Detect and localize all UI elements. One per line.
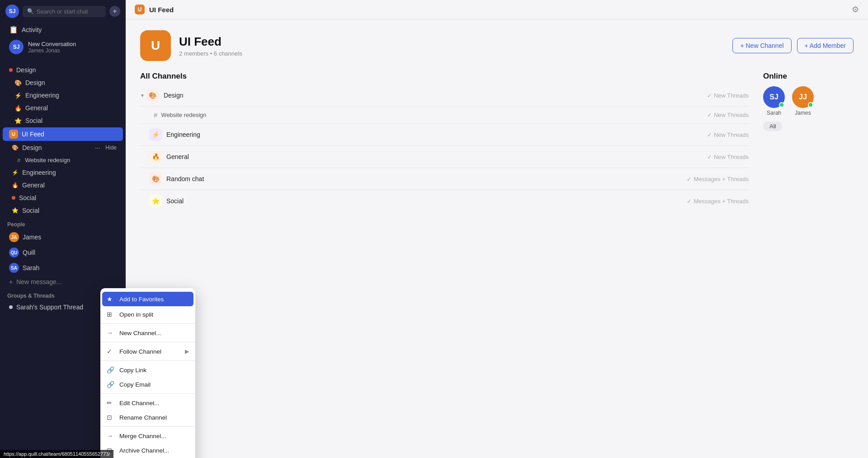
sidebar-item-social-channel[interactable]: ⭐ Social — [3, 205, 123, 216]
engineering-status: ✓ New Threads — [707, 131, 749, 138]
ctx-item-rename-channel[interactable]: ⊡ Rename Channel — [100, 410, 195, 425]
feed-details: UI Feed 2 members • 6 channels — [179, 35, 724, 57]
sidebar-item-design-group[interactable]: Design — [3, 64, 123, 76]
new-channel-icon: → — [107, 329, 115, 336]
design-channel-name: Design — [164, 92, 707, 99]
add-button[interactable]: + — [109, 6, 120, 17]
search-bar[interactable]: 🔍 — [23, 6, 106, 17]
sarah-online-dot — [779, 102, 784, 107]
general-status: ✓ New Threads — [707, 154, 749, 160]
ctx-item-add-favorites[interactable]: ★ Add to Favorites — [102, 292, 193, 306]
ctx-archive-label: Archive Channel... — [119, 447, 169, 454]
sidebar-item-ui-feed[interactable]: U UI Feed — [3, 127, 123, 141]
sidebar-item-design-sub[interactable]: 🎨 Design — [3, 77, 123, 89]
new-conv-info: New Conversation James Jonas — [28, 41, 76, 54]
channel-row-design[interactable]: ▼ 🎨 Design ✓ New Threads — [140, 84, 749, 107]
ctx-item-archive-channel[interactable]: ⊡ Archive Channel... — [100, 443, 195, 458]
general-icon: 🔥 — [149, 150, 162, 163]
channel-row-random-chat[interactable]: 🎨 Random chat ✓ Messages + Threads — [140, 168, 749, 190]
ctx-rename-label: Rename Channel — [119, 414, 167, 421]
online-members: SJ Sarah JJ James — [763, 86, 854, 116]
hide-label[interactable]: Hide — [105, 145, 117, 151]
online-section: Online SJ Sarah JJ James All — [763, 68, 854, 447]
ctx-item-edit-channel[interactable]: ✏ Edit Channel... — [100, 396, 195, 410]
hash-icon-wr: # — [154, 111, 157, 119]
main-content: U UI Feed ⚙ U UI Feed 2 members • 6 chan… — [126, 0, 868, 458]
ctx-follow-label: Follow Channel — [119, 348, 161, 355]
status-url-bar: https://app.quill.chat/team/680511405556… — [0, 450, 113, 458]
check-icon-gen: ✓ — [707, 154, 712, 160]
sidebar-item-website-redesign[interactable]: # Website redesign — [3, 154, 123, 166]
new-conv-title: New Conversation — [28, 41, 76, 47]
sarah-avatar: SA — [9, 263, 19, 273]
channel-row-website-redesign[interactable]: # Website redesign ✓ New Threads — [140, 107, 749, 124]
sidebar-item-social-top[interactable]: ⭐ Social — [3, 115, 123, 126]
ctx-item-follow-channel[interactable]: ✓ Follow Channel ▶ — [100, 344, 195, 359]
check-icon-rc: ✓ — [687, 176, 692, 182]
james-online-avatar[interactable]: JJ — [792, 86, 814, 108]
all-channels-title: All Channels — [140, 72, 749, 81]
channel-row-general[interactable]: 🔥 General ✓ New Threads — [140, 146, 749, 168]
ctx-item-copy-link[interactable]: 🔗 Copy Link — [100, 363, 195, 377]
design-group-dot — [9, 68, 13, 72]
ctx-item-open-split[interactable]: ⊞ Open in split — [100, 307, 195, 322]
random-chat-dot — [12, 196, 15, 200]
sidebar-item-random-chat[interactable]: Social — [3, 192, 123, 204]
sidebar-item-engineering-channel[interactable]: ⚡ Engineering — [3, 167, 123, 178]
sidebar-header: SJ 🔍 + — [0, 0, 126, 23]
main-header-bar: U UI Feed ⚙ — [126, 0, 868, 19]
sarah-online-avatar[interactable]: SJ — [763, 86, 785, 108]
sidebar-item-general-channel[interactable]: 🔥 General — [3, 179, 123, 191]
feed-icon-small: U — [135, 5, 145, 14]
ctx-item-copy-email[interactable]: 🔗 Copy Email — [100, 377, 195, 392]
user-avatar[interactable]: SJ — [5, 5, 19, 18]
add-member-button[interactable]: + Add Member — [797, 38, 854, 53]
ctx-item-merge-channel[interactable]: → Merge Channel... — [100, 429, 195, 443]
ctx-separator-1 — [100, 323, 195, 324]
engineering-top-label: Engineering — [25, 92, 117, 99]
ctx-item-new-channel[interactable]: → New Channel... — [100, 326, 195, 340]
ctx-copy-link-label: Copy Link — [119, 367, 146, 374]
ctx-merge-label: Merge Channel... — [119, 433, 166, 439]
groups-section-header — [0, 57, 126, 64]
james-online-name: James — [795, 110, 811, 116]
follow-arrow-icon: ▶ — [185, 348, 189, 355]
channel-row-engineering[interactable]: ⚡ Engineering ✓ New Threads — [140, 124, 749, 146]
ctx-separator-5 — [100, 426, 195, 427]
thread-dot — [9, 305, 13, 309]
sidebar-item-general-top[interactable]: 🔥 General — [3, 102, 123, 114]
general-top-icon: 🔥 — [14, 105, 22, 112]
design-collapse-icon: ▼ — [140, 93, 145, 98]
ctx-separator-3 — [100, 360, 195, 361]
social-top-label: Social — [25, 117, 117, 124]
sidebar-item-engineering-top[interactable]: ⚡ Engineering — [3, 89, 123, 101]
james-label: James — [23, 234, 41, 241]
channels-area: All Channels ▼ 🎨 Design ✓ New Threads # … — [126, 68, 868, 458]
ctx-open-split-label: Open in split — [119, 311, 153, 318]
sidebar-item-activity[interactable]: 📋 Activity — [3, 23, 123, 36]
sidebar-item-design-channel[interactable]: 🎨 Design ··· Hide — [3, 142, 123, 154]
check-icon-wr: ✓ — [707, 112, 712, 118]
feed-info: U UI Feed 2 members • 6 channels + New C… — [126, 19, 868, 68]
people-section-header: People — [0, 217, 126, 229]
general-channel-name: General — [166, 153, 707, 160]
sidebar-item-sarah[interactable]: SA Sarah — [3, 261, 123, 275]
social-channel-icon: ⭐ — [12, 207, 19, 214]
design-channel-more-icon[interactable]: ··· — [95, 144, 100, 151]
settings-icon[interactable]: ⚙ — [852, 5, 859, 14]
feed-name: UI Feed — [179, 35, 724, 49]
channel-row-social[interactable]: ⭐ Social ✓ Messages + Threads — [140, 190, 749, 212]
social-status: ✓ Messages + Threads — [687, 198, 749, 205]
sarahs-support-label: Sarah's Support Thread — [16, 304, 83, 311]
sidebar-item-new-conversation[interactable]: SJ New Conversation James Jonas — [3, 37, 123, 57]
design-group-label: Design — [16, 66, 117, 74]
sidebar-item-quill[interactable]: QU Quill — [3, 245, 123, 260]
design-sub-label: Design — [25, 79, 117, 86]
new-message-button[interactable]: + New message... — [3, 276, 123, 288]
general-channel-label: General — [22, 182, 117, 189]
star-icon: ★ — [107, 295, 115, 303]
new-channel-button[interactable]: + New Channel — [732, 38, 791, 53]
all-button[interactable]: All — [763, 122, 782, 131]
search-input[interactable] — [37, 8, 101, 15]
sidebar-item-james[interactable]: JA James — [3, 230, 123, 244]
